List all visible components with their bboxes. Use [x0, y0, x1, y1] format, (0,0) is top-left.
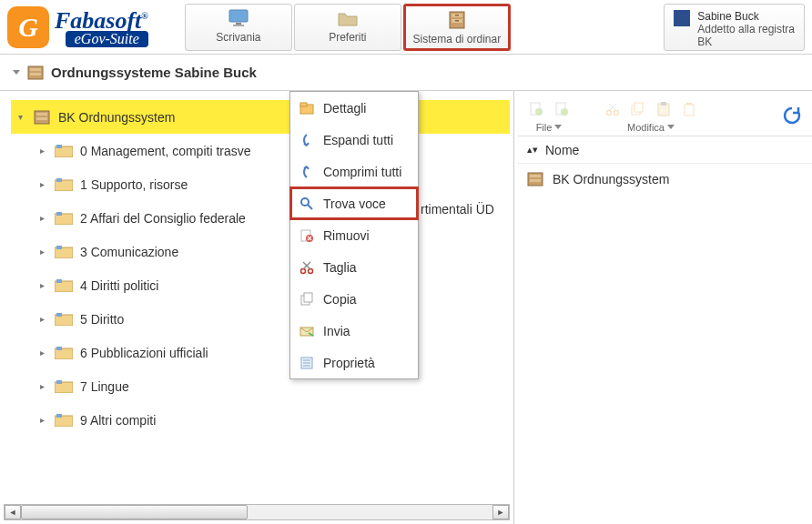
nav-label: Scrivania: [216, 31, 260, 44]
chevron-right-icon[interactable]: ▸: [36, 280, 47, 291]
sort-icon: ▴▾: [527, 144, 538, 156]
svg-rect-27: [56, 347, 62, 350]
nav-favorites[interactable]: Preferiti: [294, 4, 401, 51]
entry-icon: [55, 211, 73, 226]
chevron-right-icon[interactable]: ▸: [36, 314, 47, 325]
svg-point-50: [535, 108, 543, 116]
user-role: Addetto alla registra: [697, 23, 795, 35]
main: ▾ BK Ordnungssystem ▸ 0 Management, comp…: [0, 91, 812, 524]
menu-label: Comprimi tutti: [323, 165, 401, 179]
menu-send[interactable]: Invia: [290, 315, 418, 347]
svg-rect-64: [530, 179, 541, 182]
cabinet-icon: [527, 172, 543, 186]
chevron-down-icon[interactable]: [13, 70, 20, 75]
nav-desktop[interactable]: Scrivania: [185, 4, 292, 51]
horizontal-scrollbar[interactable]: ◄ ►: [4, 504, 510, 520]
menu-label: Invia: [323, 324, 350, 338]
user-info: Sabine Buck Addetto alla registra BK: [697, 10, 795, 48]
chevron-down-icon[interactable]: ▾: [15, 112, 25, 123]
tree-label: 2 Affari del Consiglio federale: [80, 211, 246, 226]
menu-cut[interactable]: Taglia: [290, 251, 418, 283]
cabinet-icon: [27, 66, 44, 80]
tree-item[interactable]: ▸ 0 Management, compiti trasve: [11, 134, 510, 167]
svg-rect-60: [661, 102, 666, 106]
context-menu: Dettagli Espandi tutti Comprimi tutti Tr…: [289, 91, 419, 379]
tree-item[interactable]: ▸ 4 Diritti politici: [11, 268, 510, 302]
menu-collapse-all[interactable]: Comprimi tutti: [290, 156, 418, 187]
svg-rect-43: [304, 293, 312, 302]
svg-point-39: [309, 268, 313, 273]
user-menu[interactable]: Sabine Buck Addetto alla registra BK: [664, 4, 805, 51]
list-toolbar: File Modifica: [518, 95, 812, 136]
menu-find[interactable]: Trova voce: [290, 187, 418, 219]
tree-root[interactable]: ▾ BK Ordnungssystem: [11, 100, 510, 134]
svg-point-38: [301, 268, 306, 273]
user-org: BK: [697, 35, 795, 48]
menu-copy[interactable]: Copia: [290, 283, 418, 315]
svg-rect-13: [36, 117, 47, 120]
toolbar-edit-label[interactable]: Modifica: [627, 122, 675, 133]
entry-icon: [55, 245, 73, 259]
tree-label: 6 Pubblicazioni ufficiali: [80, 346, 208, 360]
menu-label: Proprietà: [323, 356, 375, 370]
scroll-thumb[interactable]: [21, 505, 248, 519]
user-name: Sabine Buck: [697, 10, 795, 23]
list-item[interactable]: BK Ordnungssystem: [518, 164, 812, 195]
svg-rect-19: [56, 212, 62, 216]
chevron-right-icon[interactable]: ▸: [36, 146, 47, 156]
tree-item[interactable]: ▸ 3 Comunicazione: [11, 235, 510, 268]
svg-rect-31: [56, 414, 62, 418]
menu-label: Dettagli: [323, 101, 366, 116]
svg-rect-17: [56, 178, 62, 182]
folder-icon: [337, 8, 359, 28]
delete-icon[interactable]: [678, 98, 700, 120]
scroll-left-button[interactable]: ◄: [5, 505, 21, 519]
new-doc-icon[interactable]: [525, 98, 547, 120]
svg-rect-63: [530, 175, 541, 177]
list-item-label: BK Ordnungssystem: [553, 172, 669, 186]
svg-point-53: [607, 110, 612, 115]
svg-rect-61: [685, 105, 694, 116]
tree-item[interactable]: ▸ 9 Altri compiti: [11, 403, 510, 437]
cut-icon[interactable]: [602, 98, 624, 120]
svg-rect-12: [36, 113, 47, 116]
svg-rect-2: [233, 25, 244, 26]
svg-point-52: [561, 108, 568, 116]
svg-rect-21: [56, 246, 62, 249]
menu-properties[interactable]: Proprietà: [290, 347, 418, 378]
toolbar-file-label[interactable]: File: [536, 122, 563, 133]
tree-item[interactable]: ▸ 7 Lingue: [11, 369, 510, 403]
cut-icon: [299, 260, 314, 275]
search-icon: [299, 196, 314, 211]
svg-rect-10: [30, 73, 41, 76]
app-header: G Fabasoft® eGov-Suite Scrivania Preferi…: [0, 0, 812, 55]
svg-point-54: [614, 110, 619, 115]
refresh-button[interactable]: [779, 103, 805, 128]
chevron-right-icon[interactable]: ▸: [36, 213, 47, 224]
svg-point-34: [301, 198, 309, 206]
send-icon: [299, 324, 314, 338]
chevron-right-icon[interactable]: ▸: [36, 415, 47, 426]
tree-label: 9 Altri compiti: [80, 413, 156, 428]
menu-remove[interactable]: Rimuovi: [290, 219, 418, 251]
entry-icon: [55, 413, 73, 428]
entry-icon: [55, 379, 73, 394]
tree-item[interactable]: ▸ 6 Pubblicazioni ufficiali: [11, 336, 510, 369]
menu-details[interactable]: Dettagli: [290, 92, 418, 124]
chevron-right-icon[interactable]: ▸: [36, 348, 47, 358]
scroll-right-button[interactable]: ►: [492, 505, 509, 519]
nav-ordering-system[interactable]: Sistema di ordinar: [403, 4, 511, 51]
tree-item[interactable]: ▸ 5 Diritto: [11, 302, 510, 336]
new-doc-icon[interactable]: [551, 98, 573, 120]
svg-rect-25: [56, 313, 62, 317]
tree-item[interactable]: ▸ 1 Supporto, risorse: [11, 167, 510, 201]
chevron-right-icon[interactable]: ▸: [36, 179, 47, 190]
svg-rect-15: [56, 145, 62, 148]
scroll-track[interactable]: [21, 505, 492, 519]
chevron-right-icon[interactable]: ▸: [36, 247, 47, 257]
copy-icon[interactable]: [627, 98, 649, 120]
column-header[interactable]: ▴▾ Nome: [518, 136, 812, 164]
menu-expand-all[interactable]: Espandi tutti: [290, 124, 418, 156]
paste-icon[interactable]: [653, 98, 675, 120]
chevron-right-icon[interactable]: ▸: [36, 381, 47, 392]
